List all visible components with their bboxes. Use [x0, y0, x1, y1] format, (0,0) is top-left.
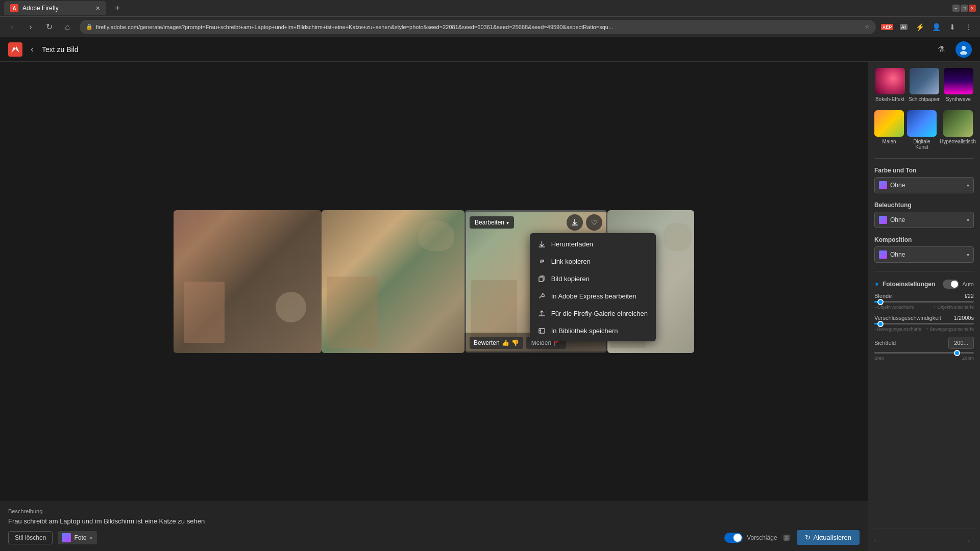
- style-tag-label: Foto: [74, 534, 86, 541]
- menu-item-link-kopieren[interactable]: Link kopieren: [530, 253, 656, 270]
- bewerten-label: Bewerten: [474, 339, 500, 346]
- malen-thumbnail: [874, 110, 904, 137]
- hyper-label: Hyperrealistisch: [940, 139, 976, 144]
- suggestions-toggle[interactable]: [724, 533, 743, 543]
- tab-title: Adobe Firefly: [22, 5, 59, 12]
- farbe-caret: ▾: [967, 183, 969, 188]
- heart-action-btn[interactable]: ♡: [586, 214, 602, 231]
- address-bar[interactable]: 🔒 firefly.adobe.com/generate/images?prom…: [80, 20, 876, 34]
- link-menu-icon: [538, 257, 546, 265]
- active-tab[interactable]: A Adobe Firefly ✕: [4, 1, 106, 15]
- context-menu: Herunterladen Link kopieren: [530, 233, 656, 341]
- rate-button[interactable]: Bewerten 👍 👎: [470, 337, 523, 349]
- beleuchtung-caret: ▾: [967, 217, 969, 223]
- style-tile-bokeh[interactable]: Bokeh-Effekt: [874, 68, 905, 102]
- style-tile-hyper[interactable]: Hyperrealistisch: [940, 110, 976, 150]
- sichtfeld-label: Sichtfeld: [874, 340, 944, 346]
- beleuchtung-dropdown[interactable]: Ohne ▾: [874, 212, 974, 228]
- menu-bild-kopieren-label: Bild kopieren: [551, 275, 590, 283]
- bokeh-thumbnail: [875, 68, 905, 94]
- menu-item-bibliothek[interactable]: In Bibliothek speichern: [530, 322, 656, 339]
- menu-btn[interactable]: ⋮: [962, 20, 976, 34]
- close-btn[interactable]: ×: [969, 5, 976, 12]
- forward-btn[interactable]: ›: [22, 19, 39, 35]
- foto-auto-label: Auto: [962, 281, 974, 287]
- user-avatar[interactable]: [955, 41, 972, 58]
- beleuchtung-dot: [879, 216, 887, 224]
- thumb-up-icon[interactable]: 👍: [502, 339, 509, 346]
- digital-label: Digitale Kunst: [907, 139, 937, 150]
- sidebar-scroll-left[interactable]: ‹: [874, 538, 880, 544]
- bookmark-icon[interactable]: ☆: [865, 23, 870, 30]
- home-btn[interactable]: ⌂: [59, 19, 76, 35]
- zoom-slider-thumb[interactable]: [954, 350, 960, 356]
- reload-btn[interactable]: ↻: [41, 19, 57, 35]
- fotoeinstellungen-section: ▼ Fotoeinstellungen Auto Blende f/22: [874, 280, 974, 361]
- komposition-dropdown[interactable]: Ohne ▾: [874, 246, 974, 263]
- tab-favicon: A: [10, 4, 18, 12]
- browser-actions: AEP AI ⚡ 👤 ⬇ ⋮: [880, 20, 976, 34]
- back-btn[interactable]: ‹: [4, 19, 20, 35]
- verschluss-thumb[interactable]: [877, 321, 884, 327]
- blende-value: f/22: [965, 293, 974, 299]
- zoom-left-label: Breit: [874, 356, 884, 361]
- suggestions-label: Vorschläge: [747, 534, 777, 541]
- foto-label: Fotoeinstellungen: [883, 281, 935, 288]
- ai-btn[interactable]: AI: [896, 20, 911, 34]
- style-tag-close-btn[interactable]: ×: [89, 535, 92, 541]
- style-tile-synthwave[interactable]: Synthwave: [943, 68, 974, 102]
- style-tiles-row2: Malen Digitale Kunst Hyperrealistisch: [874, 110, 974, 150]
- sidebar-bottom-rule: [874, 528, 974, 529]
- bibliothek-menu-icon: [538, 327, 546, 335]
- profile-btn[interactable]: 👤: [929, 20, 943, 34]
- suggestions-toggle-row: Vorschläge: [724, 533, 791, 543]
- tab-close-btn[interactable]: ✕: [95, 5, 100, 12]
- schicht-label: Schichtpapier: [909, 96, 940, 102]
- farbe-dot: [879, 181, 887, 189]
- menu-bibliothek-label: In Bibliothek speichern: [551, 327, 618, 335]
- page-title: Text zu Bild: [42, 45, 79, 54]
- menu-link-label: Link kopieren: [551, 258, 591, 265]
- express-menu-icon: [538, 292, 546, 300]
- edit-button[interactable]: Bearbeiten ▾: [470, 216, 514, 229]
- back-nav-btn[interactable]: ‹: [29, 42, 36, 57]
- card-actions-bar: Bearbeiten ▾ ♡: [464, 210, 607, 235]
- farbe-dropdown[interactable]: Ohne ▾: [874, 177, 974, 193]
- digital-thumbnail: [907, 110, 937, 137]
- menu-item-bild-kopieren[interactable]: Bild kopieren: [530, 270, 656, 287]
- komposition-label: Komposition: [874, 236, 974, 243]
- image-card-1[interactable]: [174, 210, 322, 353]
- sidebar-scroll-right[interactable]: ›: [968, 538, 974, 544]
- menu-item-express[interactable]: In Adobe Express bearbeiten: [530, 287, 656, 305]
- menu-item-galerie[interactable]: Für die Firefly-Galerie einreichen: [530, 305, 656, 322]
- update-btn[interactable]: ↻ Aktualisieren: [797, 530, 860, 545]
- image-card-3[interactable]: Bearbeiten ▾ ♡: [464, 210, 607, 353]
- maximize-btn[interactable]: □: [961, 5, 968, 12]
- thumb-down-icon[interactable]: 👎: [511, 339, 519, 346]
- zoom-slider-track: [874, 352, 974, 354]
- sichtfeld-input[interactable]: 200...: [948, 337, 974, 349]
- restore-btn[interactable]: −: [952, 5, 960, 12]
- new-tab-btn[interactable]: +: [110, 1, 125, 15]
- download-action-btn[interactable]: [567, 214, 583, 231]
- foto-auto-toggle[interactable]: [943, 280, 959, 289]
- aep-btn[interactable]: AEP: [880, 20, 894, 34]
- style-tile-digital[interactable]: Digitale Kunst: [907, 110, 937, 150]
- beleuchtung-value: Ohne: [890, 216, 964, 223]
- download-mgr-btn[interactable]: ⬇: [945, 20, 960, 34]
- flask-icon[interactable]: ⚗: [933, 41, 949, 58]
- stil-loeschen-btn[interactable]: Stil löschen: [8, 531, 53, 544]
- extensions-btn[interactable]: ⚡: [913, 20, 927, 34]
- farbe-value: Ohne: [890, 182, 964, 189]
- blende-thumb[interactable]: [877, 299, 884, 305]
- komposition-value: Ohne: [890, 251, 964, 258]
- image-card-2[interactable]: [322, 210, 464, 353]
- divider-2: [874, 271, 974, 271]
- app-header: ‹ Text zu Bild ⚗: [0, 37, 980, 62]
- style-tile-schicht[interactable]: Schichtpapier: [909, 68, 940, 102]
- browser-controls: ‹ › ↻ ⌂ 🔒 firefly.adobe.com/generate/ima…: [0, 17, 980, 37]
- style-tile-malen[interactable]: Malen: [874, 110, 904, 150]
- blende-label: Blende: [874, 293, 892, 299]
- menu-item-herunterladen[interactable]: Herunterladen: [530, 235, 656, 253]
- divider-1: [874, 158, 974, 159]
